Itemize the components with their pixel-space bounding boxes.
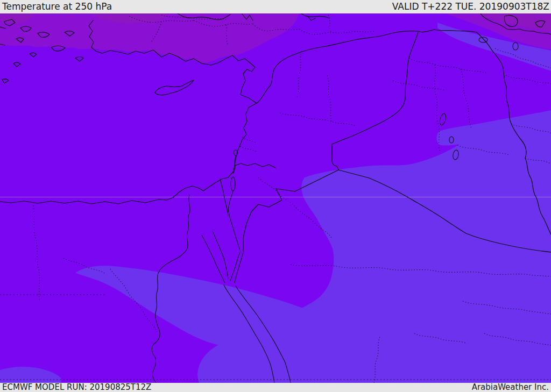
- weather-chart-window: Temperature at 250 hPa VALID T+222 TUE. …: [0, 0, 551, 392]
- valid-time-label: VALID T+222 TUE. 20190903T18Z: [392, 0, 549, 13]
- model-run-label: ECMWF MODEL RUN: 20190825T12Z: [2, 383, 151, 392]
- map-canvas: [0, 13, 551, 383]
- status-bar: ECMWF MODEL RUN: 20190825T12Z ArabiaWeat…: [0, 383, 551, 392]
- chart-title: Temperature at 250 hPa: [2, 0, 112, 13]
- title-bar: Temperature at 250 hPa VALID T+222 TUE. …: [0, 0, 551, 13]
- provider-credit-label: ArabiaWeather Inc.: [472, 383, 549, 392]
- temperature-shading: [0, 13, 551, 383]
- weather-map: [0, 13, 551, 383]
